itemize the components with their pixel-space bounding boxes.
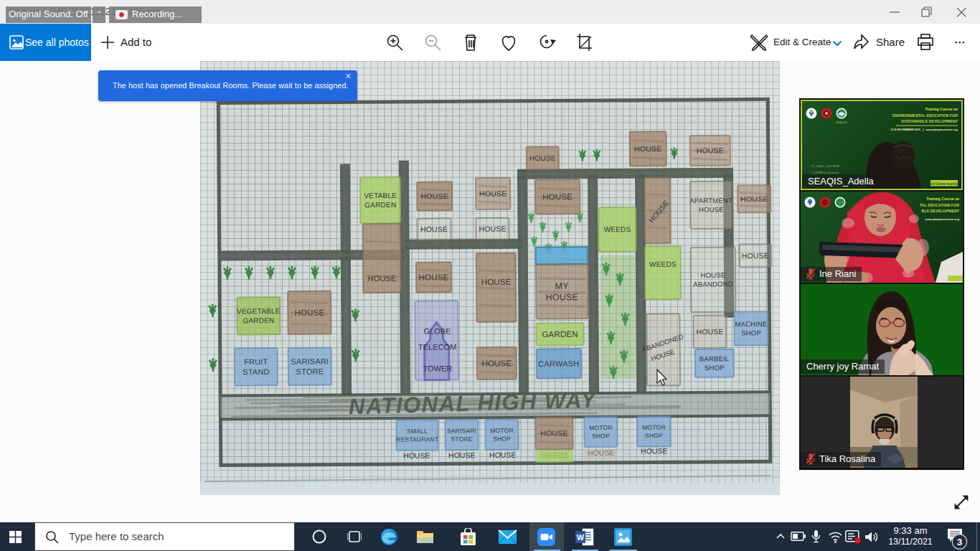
svg-text:Training Course on: Training Course on: [925, 107, 958, 111]
svg-text:✆ +6282 1249 9530: ✆ +6282 1249 9530: [811, 164, 840, 168]
svg-text:SUSTAINABLE DEVELOPMENT: SUSTAINABLE DEVELOPMENT: [901, 119, 958, 123]
svg-text:3: 3: [957, 537, 963, 547]
svg-text:SEAQIS: SEAQIS: [837, 121, 847, 124]
svg-text:BLE DEVELOPMENT: BLE DEVELOPMENT: [922, 209, 960, 213]
svg-text:Full Online learning: Full Online learning: [929, 182, 960, 186]
svg-text:8-15 NOVEMBER 2021 | www.q: 8-15 NOVEMBER 2021 | www.qitepinscience.…: [891, 128, 958, 131]
svg-text:Training Course on: Training Course on: [926, 197, 959, 201]
svg-text:ENVIRONMENTAL EDUCATION FOR: ENVIRONMENTAL EDUCATION FOR: [892, 113, 958, 118]
svg-text:W: W: [577, 533, 585, 542]
svg-text:www.qitepinscience.org: www.qitepinscience.org: [924, 217, 959, 221]
svg-text:TAL EDUCATION FOR: TAL EDUCATION FOR: [920, 203, 959, 207]
